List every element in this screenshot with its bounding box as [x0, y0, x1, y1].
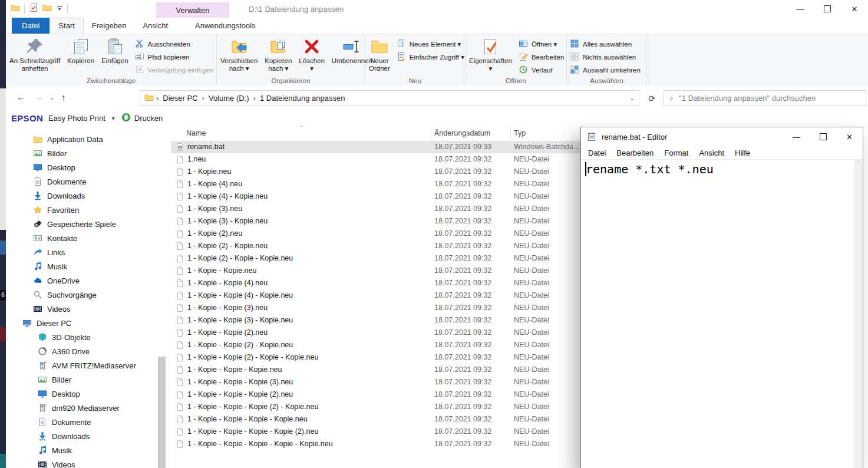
- notepad-menu-datei[interactable]: Datei: [583, 149, 611, 157]
- file-row-1-kopie-kopie-kopie-2-neu[interactable]: 1 - Kopie - Kopie - Kopie (2).neu18.07.2…: [171, 388, 583, 401]
- file-row-1-kopie-kopie-kopie-kopie-kopie-neu[interactable]: 1 - Kopie - Kopie - Kopie - Kopie - Kopi…: [171, 438, 583, 450]
- file-row-1-kopie-kopie-kopie-kopie-2-neu[interactable]: 1 - Kopie - Kopie - Kopie - Kopie (2).ne…: [171, 426, 583, 438]
- file-row-1-kopie-4-kopie-neu[interactable]: 1 - Kopie (4) - Kopie.neu18.07.2021 09:3…: [171, 190, 583, 203]
- sidebar-item-3d-objekte[interactable]: 3D-Objekte: [6, 330, 171, 344]
- file-row-1-kopie-3-neu[interactable]: 1 - Kopie (3).neu18.07.2021 09:32NEU-Dat…: [171, 203, 583, 215]
- breadcrumb-chevron-icon[interactable]: ›: [200, 94, 207, 103]
- breadcrumb-chevron-icon[interactable]: ›: [251, 94, 258, 103]
- sidebar-item-videos[interactable]: Videos: [6, 302, 171, 316]
- epson-app-label[interactable]: Easy Photo Print: [48, 114, 105, 123]
- sidebar-item-avm-fritz-mediaserver[interactable]: AVM FRITZ!Mediaserver: [6, 358, 171, 373]
- notepad-menu-bearbeiten[interactable]: Bearbeiten: [611, 149, 659, 157]
- chevron-down-icon[interactable]: ▼: [111, 116, 116, 121]
- maximize-button[interactable]: [814, 0, 841, 18]
- file-row-1-kopie-4-neu[interactable]: 1 - Kopie (4).neu18.07.2021 09:32NEU-Dat…: [171, 178, 583, 190]
- notepad-text-area[interactable]: rename *.txt *.neu: [581, 160, 853, 468]
- refresh-icon[interactable]: ⟳: [644, 90, 659, 106]
- ribbon-einfügen-button[interactable]: Einfügen: [98, 35, 131, 65]
- up-icon[interactable]: ↑: [61, 92, 66, 102]
- ribbon-öffnen-button[interactable]: Öffnen ▾: [516, 38, 567, 51]
- search-input[interactable]: [678, 93, 860, 103]
- tab-datei[interactable]: Datei: [12, 18, 49, 34]
- column-header-type[interactable]: Typ: [514, 129, 526, 137]
- file-row-1-kopie-kopie-kopie-3-neu[interactable]: 1 - Kopie - Kopie - Kopie (3).neu18.07.2…: [171, 376, 583, 388]
- sidebar-item-downloads[interactable]: Downloads: [6, 189, 171, 203]
- sidebar-item-downloads[interactable]: Downloads: [6, 429, 171, 443]
- file-row-1-kopie-kopie-2-kopie-neu[interactable]: 1 - Kopie - Kopie (2) - Kopie.neu18.07.2…: [171, 339, 583, 351]
- notepad-menu-hilfe[interactable]: Hilfe: [730, 149, 755, 157]
- column-header-name[interactable]: Name: [186, 129, 206, 137]
- file-row-1-kopie-neu[interactable]: 1 - Kopie.neu18.07.2021 09:32NEU-Datei: [171, 166, 583, 178]
- back-icon[interactable]: ←: [16, 92, 25, 102]
- file-row-1-kopie-kopie-2-neu[interactable]: 1 - Kopie - Kopie (2).neu18.07.2021 09:3…: [171, 327, 583, 339]
- sidebar-item-kontakte[interactable]: Kontakte: [6, 231, 171, 245]
- ribbon-pfad-kopieren-button[interactable]: Pfad kopieren: [132, 51, 217, 64]
- ribbon-verschieben-nach-button[interactable]: Verschiebennach ▾: [217, 35, 261, 73]
- file-row-1-kopie-kopie-3-kopie-neu[interactable]: 1 - Kopie - Kopie (3) - Kopie.neu18.07.2…: [171, 314, 583, 327]
- ribbon-kopieren-nach-button[interactable]: Kopierennach ▾: [261, 35, 295, 73]
- file-row-1-kopie-kopie-kopie-2-kopie-neu[interactable]: 1 - Kopie - Kopie - Kopie (2) - Kopie.ne…: [171, 401, 583, 413]
- file-row-1-kopie-2-kopie-neu[interactable]: 1 - Kopie (2) - Kopie.neu18.07.2021 09:3…: [171, 240, 583, 252]
- forward-icon[interactable]: →: [34, 92, 43, 102]
- sidebar-item-desktop[interactable]: Desktop: [6, 387, 171, 401]
- notepad-titlebar[interactable]: rename.bat - Editor — ✕: [581, 127, 863, 146]
- breadcrumb-1-dateiendung-anpassen[interactable]: 1 Dateiendung anpassen: [258, 94, 347, 103]
- sidebar-item-onedrive[interactable]: OneDrive: [6, 273, 171, 288]
- folder-icon[interactable]: [11, 3, 20, 15]
- column-divider[interactable]: [431, 128, 431, 139]
- notepad-menu-format[interactable]: Format: [659, 149, 694, 157]
- sidebar-item-bilder[interactable]: Bilder: [6, 146, 171, 160]
- recent-locations-icon[interactable]: ⌄: [49, 94, 54, 101]
- sidebar-item-musik[interactable]: Musik: [6, 443, 171, 457]
- sidebar-item-dm920-mediaserver[interactable]: dm920 Mediaserver: [6, 401, 171, 415]
- file-row-1-kopie-kopie-4-neu[interactable]: 1 - Kopie - Kopie (4).neu18.07.2021 09:3…: [171, 277, 583, 289]
- file-row-1-kopie-2-kopie-kopie-neu[interactable]: 1 - Kopie (2) - Kopie - Kopie.neu18.07.2…: [171, 252, 583, 265]
- sidebar-item-suchvorgänge[interactable]: Suchvorgänge: [6, 288, 171, 302]
- search-box[interactable]: ⌕: [664, 90, 866, 106]
- manage-context-header[interactable]: Verwalten: [156, 2, 229, 18]
- close-button[interactable]: ✕: [836, 127, 863, 146]
- notepad-scrollbar[interactable]: ⌃: [854, 160, 863, 468]
- file-row-1-kopie-3-kopie-neu[interactable]: 1 - Kopie (3) - Kopie.neu18.07.2021 09:3…: [171, 215, 583, 228]
- ribbon-kopieren-button[interactable]: Kopieren: [64, 35, 98, 65]
- ribbon-neuer-ordner-button[interactable]: NeuerOrdner: [365, 35, 394, 73]
- sidebar-scrollbar[interactable]: [158, 357, 166, 468]
- file-row-1-kopie-kopie-3-neu[interactable]: 1 - Kopie - Kopie (3).neu18.07.2021 09:3…: [171, 302, 583, 314]
- folder-icon[interactable]: [42, 3, 52, 15]
- tab-freigeben[interactable]: Freigeben: [84, 18, 135, 34]
- close-button[interactable]: ✕: [841, 0, 868, 18]
- sidebar-item-videos[interactable]: Videos: [6, 457, 171, 468]
- minimize-button[interactable]: —: [787, 0, 814, 18]
- notepad-menu-ansicht[interactable]: Ansicht: [694, 149, 730, 157]
- ribbon-eigenschaften-button[interactable]: Eigenschaften▾: [466, 35, 516, 73]
- breadcrumb-volume-d[interactable]: Volume (D:): [207, 94, 251, 103]
- ribbon-nichts-auswählen-button[interactable]: Nichts auswählen: [567, 51, 643, 64]
- sidebar-item-bilder[interactable]: Bilder: [6, 373, 171, 387]
- file-row-1-kopie-kopie-4-kopie-neu[interactable]: 1 - Kopie - Kopie (4) - Kopie.neu18.07.2…: [171, 289, 583, 302]
- minimize-button[interactable]: —: [783, 127, 810, 146]
- address-bar[interactable]: ›Dieser PC›Volume (D:)›1 Dateiendung anp…: [140, 90, 639, 106]
- file-row-1-kopie-kopie-neu[interactable]: 1 - Kopie - Kopie.neu18.07.2021 09:32NEU…: [171, 265, 583, 277]
- ribbon-verlauf-button[interactable]: Verlauf: [516, 64, 567, 77]
- sidebar-item-favoriten[interactable]: Favoriten: [6, 203, 171, 217]
- tab-start[interactable]: Start: [49, 18, 83, 34]
- sidebar-item-dokumente[interactable]: Dokumente: [6, 174, 171, 189]
- breadcrumb-dieser-pc[interactable]: Dieser PC: [161, 94, 199, 103]
- properties-icon[interactable]: [29, 3, 38, 15]
- tab-ansicht[interactable]: Ansicht: [134, 18, 176, 34]
- file-row-rename-bat[interactable]: rename.bat18.07.2021 09:33Windows-Batchd…: [171, 141, 583, 153]
- file-row-1-neu[interactable]: 1.neu18.07.2021 09:32NEU-Datei: [171, 153, 583, 166]
- tab-anwendungstools[interactable]: Anwendungstools: [187, 18, 264, 34]
- ribbon-alles-auswählen-button[interactable]: Alles auswählen: [567, 38, 643, 51]
- breadcrumb-chevron-icon[interactable]: ›: [154, 94, 161, 103]
- address-dropdown-icon[interactable]: ⌄: [630, 95, 635, 101]
- column-divider[interactable]: [510, 128, 511, 139]
- sidebar-item-application-data[interactable]: Application Data: [6, 132, 171, 146]
- ribbon-bearbeiten-button[interactable]: Bearbeiten: [516, 51, 567, 64]
- sidebar-item-links[interactable]: Links: [6, 245, 171, 259]
- ribbon-löschen-button[interactable]: Löschen▾: [295, 35, 328, 73]
- sidebar-item-a360-drive[interactable]: A360 Drive: [6, 344, 171, 358]
- sidebar-item-gespeicherte-spiele[interactable]: Gespeicherte Spiele: [6, 217, 171, 231]
- ribbon-ausschneiden-button[interactable]: Ausschneiden: [132, 38, 217, 51]
- file-row-1-kopie-kopie-2-kopie-kopie-neu[interactable]: 1 - Kopie - Kopie (2) - Kopie - Kopie.ne…: [171, 351, 583, 364]
